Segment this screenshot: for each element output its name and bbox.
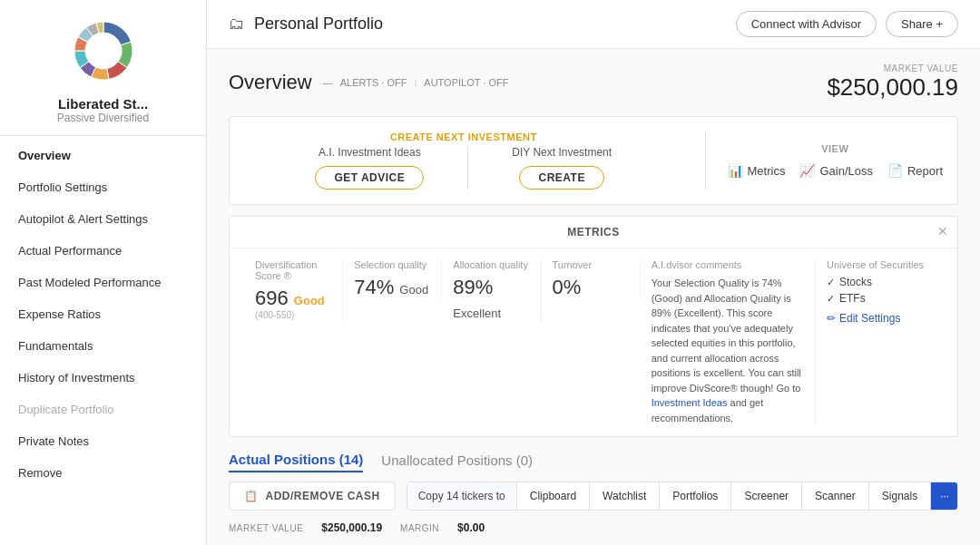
- sidebar: Liberated St... Passive Diversified Over…: [0, 0, 207, 545]
- copy-clipboard-button[interactable]: Clipboard: [517, 482, 590, 510]
- universe-label: Universe of Securities: [827, 259, 932, 270]
- investment-ideas-link[interactable]: Investment Ideas: [652, 397, 728, 408]
- copy-bar: Copy 14 tickers to Clipboard Watchlist P…: [407, 482, 958, 511]
- main-content: 🗂 Personal Portfolio Connect with Adviso…: [207, 0, 980, 545]
- company-subtitle: Passive Diversified: [57, 112, 149, 124]
- diversification-quality: Good: [294, 294, 325, 307]
- turnover-label: Turnover: [553, 259, 629, 270]
- edit-settings-button[interactable]: ✏ Edit Settings: [827, 312, 900, 325]
- positions-toolbar: 📋 ADD/REMOVE CASH Copy 14 tickers to Cli…: [229, 482, 958, 511]
- universe-stocks: ✓ Stocks: [827, 276, 932, 288]
- diversification-value: 696 Good (400-550): [255, 287, 331, 320]
- overview-header: Overview — ALERTS · OFF | AUTOPILOT · OF…: [229, 63, 958, 102]
- sidebar-item-fundamentals[interactable]: Fundamentals: [0, 330, 206, 362]
- footer-margin-value: $0.00: [457, 521, 485, 534]
- metrics-card: ✕ METRICS Diversification Score ® 696 Go…: [229, 216, 958, 437]
- overview-badges: — ALERTS · OFF | AUTOPILOT · OFF: [323, 77, 509, 88]
- gainloss-label: Gain/Loss: [819, 164, 873, 178]
- report-label: Report: [907, 164, 943, 178]
- portfolio-icon: 🗂: [229, 15, 245, 34]
- view-label: VIEW: [821, 143, 848, 154]
- header-left: 🗂 Personal Portfolio: [229, 15, 383, 34]
- content-area: Overview — ALERTS · OFF | AUTOPILOT · OF…: [207, 49, 980, 545]
- copy-watchlist-button[interactable]: Watchlist: [590, 482, 660, 510]
- selection-value: 74% Good: [354, 276, 430, 299]
- selection-label: Selection quality: [354, 259, 430, 270]
- sidebar-nav: OverviewPortfolio SettingsAutopilot & Al…: [0, 140, 206, 489]
- sidebar-item-expense-ratios[interactable]: Expense Ratios: [0, 298, 206, 330]
- report-icon: 📄: [887, 163, 903, 178]
- ai-investment-section: A.I. Investment Ideas GET ADVICE: [315, 146, 424, 190]
- footer-margin-label: MARGIN: [400, 523, 439, 533]
- ai-subtitle: A.I. Investment Ideas: [318, 146, 421, 159]
- metrics-icon: 📊: [728, 163, 743, 178]
- positions-header: Actual Positions (14) Unallocated Positi…: [229, 452, 958, 472]
- copy-more-button[interactable]: ···: [931, 482, 958, 510]
- selection-quality: Good: [399, 283, 428, 297]
- sidebar-item-overview[interactable]: Overview: [0, 140, 206, 171]
- report-view-button[interactable]: 📄 Report: [887, 163, 943, 178]
- gainloss-icon: 📈: [799, 163, 815, 178]
- ai-comments-text: Your Selection Quality is 74% (Good) and…: [652, 276, 804, 425]
- create-button[interactable]: CREATE: [519, 166, 603, 190]
- sidebar-item-portfolio-settings[interactable]: Portfolio Settings: [0, 171, 206, 203]
- add-remove-cash-button[interactable]: 📋 ADD/REMOVE CASH: [229, 482, 396, 511]
- sidebar-item-past-modeled-performance[interactable]: Past Modeled Performance: [0, 267, 206, 298]
- diversification-col: Diversification Score ® 696 Good (400-55…: [244, 259, 343, 320]
- diy-subtitle: DIY Next Investment: [512, 146, 612, 159]
- header-right: Connect with Advisor Share +: [736, 11, 958, 37]
- badge-sep: |: [414, 77, 416, 88]
- view-section: VIEW 📊 Metrics 📈 Gain/Loss 📄 Report: [706, 143, 943, 178]
- sidebar-divider: [0, 135, 206, 136]
- overview-left: Overview — ALERTS · OFF | AUTOPILOT · OF…: [229, 71, 508, 94]
- copy-label: Copy 14 tickers to: [407, 482, 517, 510]
- metrics-view-button[interactable]: 📊 Metrics: [728, 163, 786, 178]
- sidebar-item-autopilot--alert-settings[interactable]: Autopilot & Alert Settings: [0, 203, 206, 235]
- selection-col: Selection quality 74% Good: [343, 259, 442, 299]
- diy-investment-section: DIY Next Investment CREATE: [512, 146, 612, 190]
- universe-col: Universe of Securities ✓ Stocks ✓ ETFs ✏…: [816, 259, 943, 325]
- allocation-label: Allocation quality: [453, 259, 529, 270]
- copy-scanner-button[interactable]: Scanner: [802, 482, 869, 510]
- footer-market-label: MARKET VALUE: [229, 523, 303, 533]
- allocation-col: Allocation quality 89% Excellent: [442, 259, 541, 323]
- add-cash-icon: 📋: [244, 490, 259, 502]
- metrics-header: METRICS: [230, 217, 957, 248]
- copy-portfolios-button[interactable]: Portfolios: [660, 482, 731, 510]
- turnover-value: 0%: [553, 276, 629, 299]
- get-advice-button[interactable]: GET ADVICE: [315, 166, 424, 190]
- sidebar-item-actual-performance[interactable]: Actual Performance: [0, 235, 206, 267]
- company-logo: [67, 15, 140, 87]
- header-bar: 🗂 Personal Portfolio Connect with Adviso…: [207, 0, 980, 49]
- dash: —: [323, 77, 333, 88]
- unallocated-positions-tab[interactable]: Unallocated Positions (0): [381, 453, 533, 472]
- metrics-body: Diversification Score ® 696 Good (400-55…: [230, 248, 957, 436]
- sidebar-item-duplicate-portfolio: Duplicate Portfolio: [0, 394, 206, 425]
- gainloss-view-button[interactable]: 📈 Gain/Loss: [799, 163, 873, 178]
- ai-create-section: CREATE NEXT INVESTMENT A.I. Investment I…: [244, 131, 683, 190]
- overview-right: MARKET VALUE $250,000.19: [827, 63, 958, 102]
- sidebar-item-private-notes[interactable]: Private Notes: [0, 425, 206, 457]
- alerts-badge: ALERTS · OFF: [340, 77, 407, 88]
- share-button[interactable]: Share +: [886, 11, 958, 37]
- overview-title: Overview: [229, 71, 312, 94]
- metrics-close-button[interactable]: ✕: [937, 224, 948, 238]
- universe-etfs: ✓ ETFs: [827, 292, 932, 305]
- diversification-range: (400-550): [255, 310, 331, 320]
- edit-icon: ✏: [827, 312, 836, 325]
- portfolio-title: Personal Portfolio: [254, 15, 383, 34]
- sidebar-item-remove[interactable]: Remove: [0, 457, 206, 489]
- metrics-label: Metrics: [748, 164, 786, 178]
- connect-advisor-button[interactable]: Connect with Advisor: [736, 11, 877, 37]
- allocation-quality: Excellent: [453, 307, 501, 320]
- positions-footer: MARKET VALUE $250,000.19 MARGIN $0.00: [229, 521, 958, 534]
- copy-screener-button[interactable]: Screener: [731, 482, 802, 510]
- view-buttons: 📊 Metrics 📈 Gain/Loss 📄 Report: [728, 163, 943, 178]
- allocation-value: 89% Excellent: [453, 276, 529, 323]
- copy-signals-button[interactable]: Signals: [869, 482, 931, 510]
- turnover-col: Turnover 0%: [542, 259, 641, 299]
- ai-comments-col: A.I.dvisor comments Your Selection Quali…: [641, 259, 816, 425]
- sidebar-item-history-of-investments[interactable]: History of Investments: [0, 362, 206, 394]
- check-stocks-icon: ✓: [827, 277, 835, 288]
- actual-positions-tab[interactable]: Actual Positions (14): [229, 452, 363, 472]
